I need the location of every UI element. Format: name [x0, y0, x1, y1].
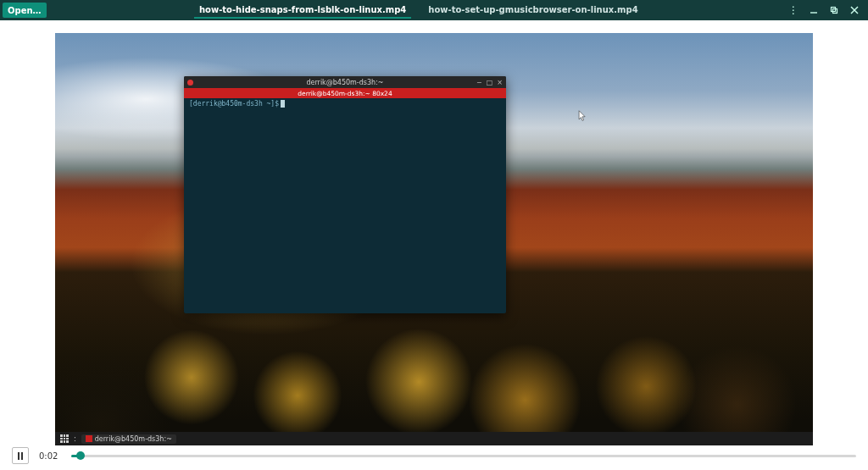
tab-file-1[interactable]: how-to-hide-snaps-from-lsblk-on-linux.mp…	[194, 3, 411, 19]
file-tabs: how-to-hide-snaps-from-lsblk-on-linux.mp…	[49, 3, 788, 19]
minimize-icon[interactable]	[809, 5, 819, 15]
terminal-cursor-icon	[281, 100, 285, 108]
terminal-body[interactable]: [derrik@b450m-ds3h ~]$	[184, 98, 506, 313]
seek-bar[interactable]	[71, 450, 856, 462]
playback-controls: 0:02	[0, 441, 868, 470]
playback-time: 0:02	[39, 451, 61, 461]
window-controls: ⋮	[788, 5, 868, 15]
terminal-titlebar[interactable]: derrik@b450m-ds3h:~ − □ ×	[184, 76, 506, 88]
taskbar-item-terminal[interactable]: derrik@b450m-ds3h:~	[81, 434, 176, 444]
terminal-icon	[86, 435, 92, 442]
seek-track	[71, 455, 856, 457]
terminal-tab[interactable]: derrik@b450m-ds3h:~ 80x24	[184, 88, 506, 98]
video-frame[interactable]: derrik@b450m-ds3h:~ − □ × derrik@b450m-d…	[55, 33, 813, 445]
maximize-icon[interactable]	[829, 5, 839, 15]
tab-file-2[interactable]: how-to-set-up-gmusicbrowser-on-linux.mp4	[423, 3, 643, 19]
open-button[interactable]: Open…	[3, 3, 47, 18]
video-area: derrik@b450m-ds3h:~ − □ × derrik@b450m-d…	[0, 20, 868, 441]
app-header: Open… how-to-hide-snaps-from-lsblk-on-li…	[0, 0, 868, 20]
pause-button[interactable]	[12, 447, 29, 464]
terminal-title: derrik@b450m-ds3h:~	[184, 79, 506, 86]
taskbar-item-label: derrik@b450m-ds3h:~	[95, 435, 172, 443]
taskbar-separator: :	[74, 435, 76, 443]
terminal-window: derrik@b450m-ds3h:~ − □ × derrik@b450m-d…	[184, 76, 506, 313]
mouse-cursor-icon	[578, 110, 587, 122]
close-icon[interactable]	[849, 5, 860, 15]
pause-icon	[18, 452, 23, 460]
terminal-prompt: [derrik@b450m-ds3h ~]$	[189, 100, 279, 108]
desktop-taskbar: : derrik@b450m-ds3h:~	[55, 432, 813, 445]
seek-thumb[interactable]	[76, 451, 85, 460]
kebab-menu-icon[interactable]: ⋮	[788, 5, 798, 15]
apps-grid-icon[interactable]	[60, 434, 69, 443]
